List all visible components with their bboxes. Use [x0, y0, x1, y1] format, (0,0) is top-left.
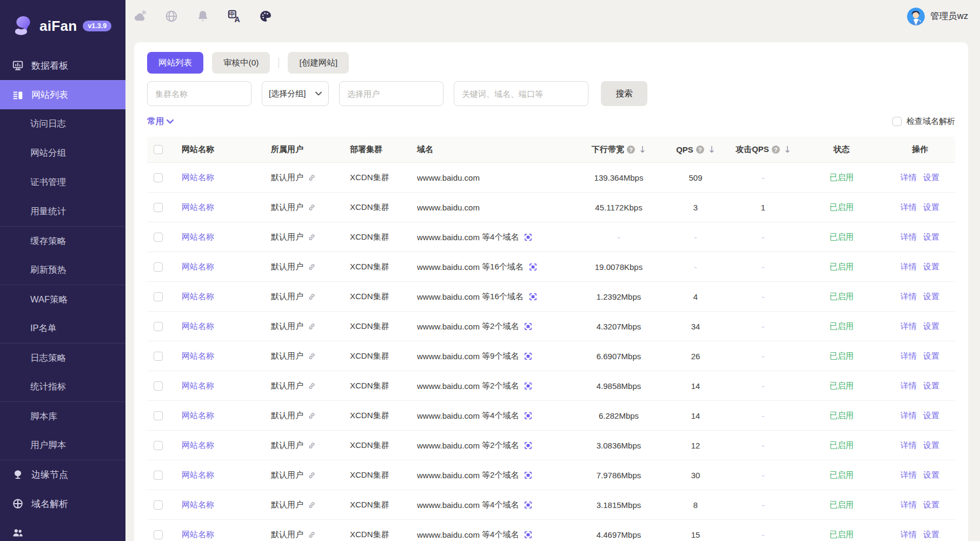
site-name-link[interactable]: 网站名称 — [182, 500, 214, 510]
user-link-icon[interactable] — [308, 233, 316, 241]
settings-link[interactable]: 设置 — [923, 321, 939, 332]
tab-site-list[interactable]: 网站列表 — [147, 52, 203, 74]
attack-qps-sort-icon[interactable] — [785, 146, 791, 154]
bandwidth-help-icon[interactable]: ? — [627, 146, 635, 154]
tab-under-review[interactable]: 审核中(0) — [212, 52, 270, 74]
detail-link[interactable]: 详情 — [900, 262, 917, 272]
user-select-input[interactable] — [339, 81, 443, 106]
settings-link[interactable]: 设置 — [923, 500, 939, 510]
settings-link[interactable]: 设置 — [923, 262, 939, 272]
search-button[interactable]: 搜索 — [601, 81, 647, 106]
site-name-link[interactable]: 网站名称 — [182, 173, 214, 183]
sidebar-item-script-library[interactable]: 脚本库 — [0, 401, 125, 431]
row-checkbox[interactable] — [154, 441, 163, 450]
sidebar-item-ip-list[interactable]: IP名单 — [0, 314, 125, 343]
cluster-name-input[interactable] — [147, 81, 251, 106]
detail-link[interactable]: 详情 — [900, 173, 917, 183]
row-checkbox[interactable] — [154, 292, 163, 301]
site-name-link[interactable]: 网站名称 — [182, 381, 214, 391]
expand-domains-icon[interactable] — [524, 441, 533, 450]
settings-link[interactable]: 设置 — [923, 381, 939, 391]
sidebar-item-refresh-preheat[interactable]: 刷新预热 — [0, 255, 125, 285]
common-filters-toggle[interactable]: 常用 — [147, 116, 174, 127]
keyword-input[interactable] — [454, 81, 588, 106]
user-link-icon[interactable] — [308, 382, 316, 390]
detail-link[interactable]: 详情 — [900, 500, 917, 510]
row-checkbox[interactable] — [154, 233, 163, 242]
expand-domains-icon[interactable] — [528, 292, 538, 301]
bandwidth-sort-icon[interactable] — [640, 146, 646, 154]
sidebar-item-user-scripts[interactable]: 用户脚本 — [0, 431, 125, 460]
theme-palette-icon[interactable] — [259, 9, 273, 23]
row-checkbox[interactable] — [154, 471, 163, 480]
sidebar-item-cache-policy[interactable]: 缓存策略 — [0, 226, 125, 255]
user-menu[interactable]: 管理员wz — [907, 8, 968, 25]
expand-domains-icon[interactable] — [524, 322, 533, 331]
select-all-checkbox[interactable] — [154, 145, 163, 154]
sidebar-item-log-policy[interactable]: 日志策略 — [0, 343, 125, 372]
settings-link[interactable]: 设置 — [923, 202, 939, 213]
user-link-icon[interactable] — [308, 293, 316, 301]
site-name-link[interactable]: 网站名称 — [182, 262, 214, 272]
qps-help-icon[interactable]: ? — [696, 146, 704, 154]
settings-link[interactable]: 设置 — [923, 292, 939, 302]
row-checkbox[interactable] — [154, 500, 163, 510]
settings-link[interactable]: 设置 — [923, 232, 939, 242]
expand-domains-icon[interactable] — [528, 262, 538, 272]
settings-link[interactable]: 设置 — [923, 530, 939, 540]
row-checkbox[interactable] — [154, 530, 163, 539]
row-checkbox[interactable] — [154, 381, 163, 391]
user-link-icon[interactable] — [308, 352, 316, 360]
expand-domains-icon[interactable] — [524, 233, 533, 242]
sidebar-item-site-list[interactable]: 网站列表 — [0, 80, 125, 109]
row-checkbox[interactable] — [154, 203, 163, 212]
sidebar-item-cert-management[interactable]: 证书管理 — [0, 168, 125, 197]
detail-link[interactable]: 详情 — [900, 321, 917, 332]
site-name-link[interactable]: 网站名称 — [182, 351, 214, 361]
row-checkbox[interactable] — [154, 173, 163, 182]
group-select[interactable]: [选择分组] — [262, 81, 329, 106]
network-icon[interactable] — [164, 9, 178, 23]
sidebar-item-usage-stats[interactable]: 用量统计 — [0, 197, 125, 226]
expand-domains-icon[interactable] — [524, 352, 533, 361]
site-name-link[interactable]: 网站名称 — [182, 202, 214, 213]
settings-link[interactable]: 设置 — [923, 411, 939, 421]
user-link-icon[interactable] — [308, 174, 316, 182]
settings-link[interactable]: 设置 — [923, 470, 939, 480]
user-link-icon[interactable] — [308, 501, 316, 509]
attack-qps-help-icon[interactable]: ? — [772, 146, 780, 154]
detail-link[interactable]: 详情 — [900, 470, 917, 480]
user-link-icon[interactable] — [308, 203, 316, 212]
site-name-link[interactable]: 网站名称 — [182, 440, 214, 451]
sidebar-item-dns-resolution[interactable]: 域名解析 — [0, 489, 125, 518]
site-name-link[interactable]: 网站名称 — [182, 470, 214, 480]
user-link-icon[interactable] — [308, 263, 316, 271]
user-link-icon[interactable] — [308, 441, 316, 450]
sidebar-item-waf-policy[interactable]: WAF策略 — [0, 285, 125, 314]
site-name-link[interactable]: 网站名称 — [182, 411, 214, 421]
create-site-button[interactable]: [创建网站] — [288, 52, 349, 74]
notifications-bell-icon[interactable] — [196, 9, 210, 23]
site-name-link[interactable]: 网站名称 — [182, 530, 214, 540]
row-checkbox[interactable] — [154, 352, 163, 361]
settings-link[interactable]: 设置 — [923, 351, 939, 361]
detail-link[interactable]: 详情 — [900, 381, 917, 391]
sidebar-item-access-logs[interactable]: 访问日志 — [0, 109, 125, 138]
detail-link[interactable]: 详情 — [900, 232, 917, 242]
sidebar-item-site-groups[interactable]: 网站分组 — [0, 138, 125, 168]
user-link-icon[interactable] — [308, 412, 316, 420]
sidebar-item-bottom-partial[interactable] — [0, 518, 125, 541]
settings-link[interactable]: 设置 — [923, 440, 939, 451]
check-dns-toggle[interactable]: 检查域名解析 — [892, 116, 955, 127]
language-translate-icon[interactable]: 中A — [227, 9, 241, 23]
qps-sort-icon[interactable] — [709, 146, 715, 154]
expand-domains-icon[interactable] — [524, 471, 533, 480]
user-link-icon[interactable] — [308, 471, 316, 479]
sidebar-item-dashboard[interactable]: 数据看板 — [0, 51, 125, 80]
expand-domains-icon[interactable] — [524, 500, 533, 510]
expand-domains-icon[interactable] — [524, 530, 533, 539]
detail-link[interactable]: 详情 — [900, 292, 917, 302]
check-dns-checkbox[interactable] — [892, 117, 902, 126]
sidebar-item-edge-nodes[interactable]: 边缘节点 — [0, 460, 125, 489]
detail-link[interactable]: 详情 — [900, 351, 917, 361]
